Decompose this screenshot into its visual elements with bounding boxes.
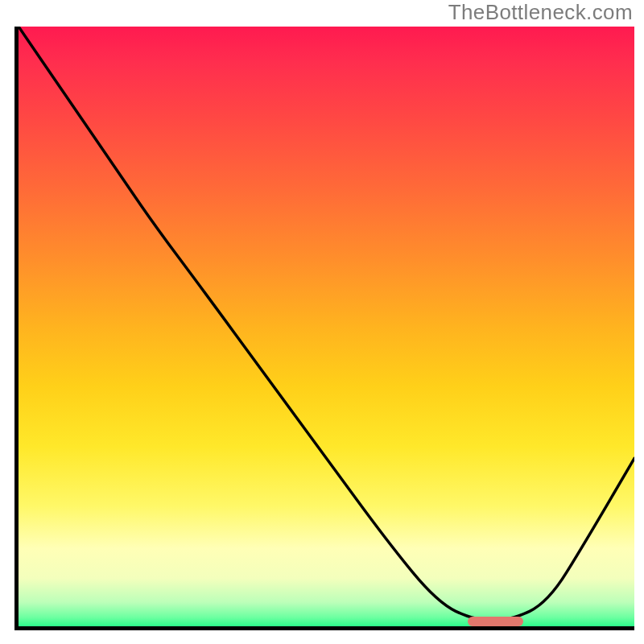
optimal-marker — [468, 617, 523, 626]
plot-area — [19, 27, 634, 626]
bottleneck-curve — [19, 27, 634, 626]
watermark-text: TheBottleneck.com — [448, 0, 633, 25]
